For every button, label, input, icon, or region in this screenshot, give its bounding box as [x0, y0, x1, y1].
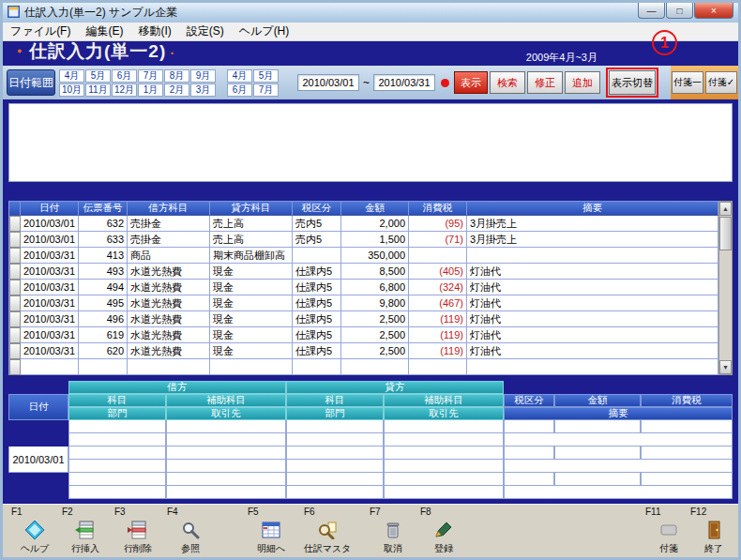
table-row[interactable]: 2010/03/31620水道光熱費現金仕課内52,500(119)灯油代	[9, 343, 718, 359]
cell-tax[interactable]	[409, 248, 467, 264]
row-selector-button[interactable]	[9, 248, 21, 264]
month-button[interactable]: 12月	[112, 83, 137, 97]
cell-voucher-no[interactable]: 413	[79, 248, 128, 264]
fn-f6-button[interactable]: F6仕訳マスタ	[301, 507, 354, 555]
minimize-button[interactable]: —	[638, 3, 665, 19]
form-debit-sub-subject-cell[interactable]	[166, 473, 286, 486]
cell-tax-class[interactable]: 仕課内5	[293, 327, 341, 343]
cell-credit-subject[interactable]: 現金	[210, 343, 293, 359]
form-memo-cell[interactable]	[504, 486, 733, 499]
search-button[interactable]: 検索	[490, 71, 525, 94]
menu-item-edit[interactable]: 編集(E)	[78, 22, 130, 41]
row-selector-button[interactable]	[9, 359, 21, 375]
fn-f4-button[interactable]: F4参照	[164, 507, 217, 555]
month-button[interactable]: 3月	[190, 83, 216, 97]
scrollbar-thumb[interactable]	[719, 217, 732, 250]
cell-amount[interactable]: 8,500	[341, 264, 409, 280]
form-credit-sub-subject-cell[interactable]	[384, 473, 504, 486]
cell-debit-subject[interactable]: 水道光熱費	[128, 311, 210, 327]
cell-voucher-no[interactable]	[79, 359, 128, 375]
cell-amount[interactable]: 9,800	[341, 295, 409, 311]
cell-tax-class[interactable]: 仕課内5	[293, 280, 341, 295]
cell-debit-subject[interactable]	[128, 359, 210, 375]
form-credit-sub-subject-cell[interactable]	[384, 420, 504, 433]
cell-date[interactable]: 2010/03/31	[21, 280, 79, 295]
fusen-check-button[interactable]: 付箋✓	[705, 71, 737, 94]
cell-tax[interactable]: (119)	[409, 311, 467, 327]
date-to-input[interactable]: 2010/03/31	[373, 74, 435, 91]
maximize-button[interactable]: □	[666, 3, 693, 19]
cell-memo[interactable]: 3月掛売上	[467, 232, 718, 248]
cell-date[interactable]: 2010/03/31	[21, 248, 79, 264]
cell-debit-subject[interactable]: 水道光熱費	[128, 295, 210, 311]
month-button[interactable]: 8月	[164, 69, 189, 83]
cell-amount[interactable]: 2,500	[341, 343, 409, 359]
cell-credit-subject[interactable]: 現金	[210, 280, 293, 295]
cell-tax[interactable]: (405)	[409, 264, 467, 280]
cell-voucher-no[interactable]: 494	[79, 280, 128, 295]
row-selector-button[interactable]	[9, 216, 21, 232]
cell-tax-class[interactable]: 仕課内5	[293, 311, 341, 327]
cell-credit-subject[interactable]: 売上高	[210, 216, 293, 232]
row-selector-button[interactable]	[9, 280, 21, 295]
month-button[interactable]: 4月	[227, 69, 252, 83]
month-button[interactable]: 9月	[190, 69, 216, 83]
form-debit-partner-cell[interactable]	[166, 433, 286, 446]
month-button[interactable]: 7月	[253, 83, 279, 97]
cell-credit-subject[interactable]: 現金	[210, 311, 293, 327]
cell-credit-subject[interactable]: 売上高	[210, 232, 293, 248]
table-row[interactable]: 2010/03/31619水道光熱費現金仕課内52,500(119)灯油代	[9, 327, 718, 343]
cell-tax-class[interactable]	[293, 248, 341, 264]
form-amount-cell[interactable]	[554, 446, 641, 460]
table-row[interactable]: 2010/03/01632売掛金売上高売内52,000(95)3月掛売上	[9, 216, 718, 232]
vertical-scrollbar[interactable]: ▲ ▼	[718, 201, 733, 375]
form-credit-subject-cell[interactable]	[286, 446, 384, 460]
form-debit-department-cell[interactable]	[68, 486, 166, 499]
form-memo-cell[interactable]	[504, 433, 733, 446]
form-credit-department-cell[interactable]	[286, 460, 384, 473]
row-selector-button[interactable]	[9, 232, 21, 248]
fn-f2-button[interactable]: F2行挿入	[59, 507, 112, 555]
cell-voucher-no[interactable]: 633	[79, 232, 128, 248]
month-button[interactable]: 5月	[253, 69, 279, 83]
fn-f3-button[interactable]: F3行削除	[112, 507, 164, 555]
cell-credit-subject[interactable]: 現金	[210, 327, 293, 343]
cell-memo[interactable]: 灯油代	[467, 327, 718, 343]
cell-voucher-no[interactable]: 620	[79, 343, 128, 359]
date-range-button[interactable]: 日付範囲	[7, 69, 55, 96]
cell-debit-subject[interactable]: 商品	[128, 248, 210, 264]
cell-amount[interactable]: 2,000	[341, 216, 409, 232]
table-row[interactable]: 2010/03/31413商品期末商品棚卸高350,000	[9, 248, 718, 264]
cell-memo[interactable]	[467, 248, 718, 264]
month-button[interactable]: 2月	[164, 83, 189, 97]
form-debit-partner-cell[interactable]	[166, 486, 286, 499]
form-tax-cell[interactable]	[641, 446, 733, 460]
form-debit-sub-subject-cell[interactable]	[166, 446, 286, 460]
form-tax-class-cell[interactable]	[504, 446, 554, 460]
table-row[interactable]: 2010/03/31495水道光熱費現金仕課内59,800(467)灯油代	[9, 295, 718, 311]
cell-debit-subject[interactable]: 水道光熱費	[128, 264, 210, 280]
form-memo-cell[interactable]	[504, 460, 733, 473]
form-debit-partner-cell[interactable]	[166, 460, 286, 473]
fn-f5-button[interactable]: F5明細へ	[245, 507, 297, 555]
cell-amount[interactable]: 6,800	[341, 280, 409, 295]
cell-tax-class[interactable]: 仕課内5	[293, 264, 341, 280]
cell-tax[interactable]: (119)	[409, 327, 467, 343]
cell-date[interactable]: 2010/03/01	[21, 232, 79, 248]
cell-tax[interactable]: (324)	[409, 280, 467, 295]
fn-f7-button[interactable]: F7取消	[367, 507, 419, 555]
form-debit-department-cell[interactable]	[68, 460, 166, 473]
cell-voucher-no[interactable]: 493	[79, 264, 128, 280]
cell-tax[interactable]: (467)	[409, 295, 467, 311]
cell-debit-subject[interactable]: 売掛金	[128, 232, 210, 248]
fn-f8-button[interactable]: F8登録	[417, 507, 470, 555]
row-selector-button[interactable]	[9, 264, 21, 280]
form-debit-subject-cell[interactable]	[68, 446, 166, 460]
title-bar[interactable]: 仕訳入力(単一2) サンプル企業 — □ ×	[3, 3, 738, 23]
cell-date[interactable]: 2010/03/31	[21, 311, 79, 327]
cell-memo[interactable]: 3月掛売上	[467, 216, 718, 232]
cell-tax-class[interactable]: 仕課内5	[293, 343, 341, 359]
cell-debit-subject[interactable]: 売掛金	[128, 216, 210, 232]
form-amount-cell[interactable]	[554, 420, 641, 433]
menu-item-move[interactable]: 移動(I)	[130, 22, 178, 41]
